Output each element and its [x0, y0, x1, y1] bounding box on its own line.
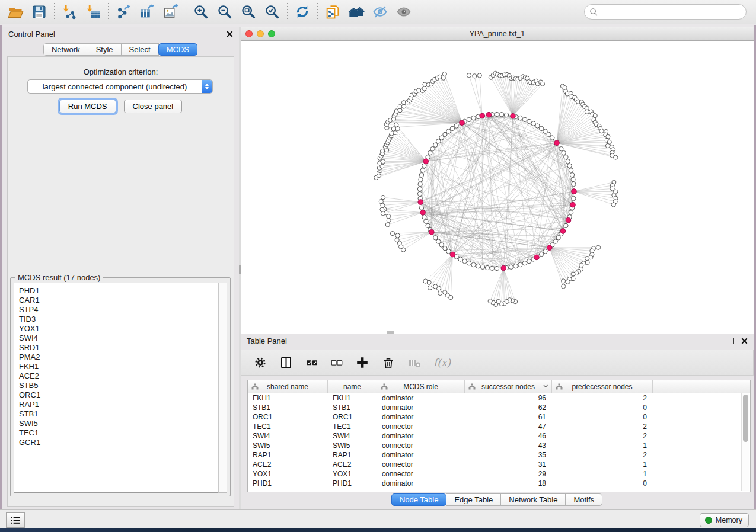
graph-edge[interactable]: [499, 268, 504, 302]
table-cell[interactable]: connector: [377, 441, 465, 450]
table-cell[interactable]: ACE2: [328, 460, 377, 469]
graph-hub-node[interactable]: [460, 120, 465, 126]
graph-edge[interactable]: [423, 213, 550, 248]
hide-selected-eye-icon[interactable]: [368, 2, 392, 22]
mcds-node-item[interactable]: CAR1: [19, 296, 219, 305]
table-cell[interactable]: 62: [465, 403, 552, 412]
table-cell[interactable]: 31: [465, 460, 552, 469]
graph-node[interactable]: [430, 147, 435, 151]
graph-hub-node[interactable]: [554, 140, 560, 146]
graph-node[interactable]: [522, 117, 527, 121]
mcds-node-item[interactable]: STP4: [19, 305, 219, 315]
table-cell[interactable]: PHD1: [328, 479, 377, 488]
table-cell[interactable]: STB1: [248, 403, 328, 412]
graph-node[interactable]: [572, 196, 576, 200]
graph-node[interactable]: [433, 236, 438, 240]
task-history-button[interactable]: [6, 512, 25, 528]
graph-edge[interactable]: [390, 138, 426, 161]
tab-edge-table[interactable]: Edge Table: [446, 493, 501, 506]
mcds-node-item[interactable]: STB5: [19, 381, 219, 390]
table-cell[interactable]: 35: [465, 450, 552, 460]
table-cell[interactable]: SWI5: [248, 441, 328, 450]
graph-node[interactable]: [610, 187, 614, 191]
close-panel-button[interactable]: Close panel: [124, 100, 183, 113]
graph-node[interactable]: [518, 262, 522, 267]
float-table-panel-icon[interactable]: [728, 338, 734, 344]
graph-node[interactable]: [527, 259, 531, 263]
graph-node[interactable]: [381, 159, 385, 164]
graph-edge[interactable]: [513, 82, 534, 116]
close-panel-icon[interactable]: [227, 31, 233, 37]
graph-hub-node[interactable]: [420, 210, 426, 216]
graph-node[interactable]: [553, 239, 557, 243]
select-all-rows-icon[interactable]: [305, 355, 318, 370]
mcds-node-item[interactable]: YOX1: [19, 324, 219, 334]
graph-node[interactable]: [569, 210, 573, 214]
graph-node[interactable]: [443, 132, 447, 136]
import-table-icon[interactable]: [81, 2, 105, 22]
graph-node[interactable]: [439, 243, 444, 247]
graph-node[interactable]: [418, 182, 422, 186]
table-cell[interactable]: ACE2: [248, 460, 328, 469]
graph-node[interactable]: [423, 279, 428, 283]
graph-node[interactable]: [390, 232, 394, 236]
table-cell[interactable]: connector: [377, 460, 465, 469]
open-file-icon[interactable]: [4, 2, 27, 22]
graph-node[interactable]: [562, 284, 566, 289]
table-cell[interactable]: connector: [377, 469, 465, 479]
table-cell[interactable]: dominator: [377, 412, 465, 422]
graph-edge[interactable]: [503, 268, 509, 300]
export-network-icon[interactable]: [111, 2, 135, 22]
column-header-successor-nodes[interactable]: successor nodes: [465, 380, 552, 393]
table-cell[interactable]: 46: [465, 431, 552, 441]
graph-edge[interactable]: [383, 197, 420, 202]
graph-node[interactable]: [569, 168, 573, 172]
graph-node[interactable]: [473, 74, 477, 78]
graph-node[interactable]: [436, 239, 441, 243]
table-cell[interactable]: 2: [552, 450, 653, 460]
float-panel-icon[interactable]: [213, 31, 219, 37]
graph-node[interactable]: [550, 136, 554, 140]
table-cell[interactable]: YOX1: [248, 469, 328, 479]
graph-node[interactable]: [579, 263, 583, 267]
graph-node[interactable]: [438, 291, 442, 295]
table-cell[interactable]: SWI4: [328, 431, 377, 441]
table-scrollbar-thumb[interactable]: [743, 395, 748, 442]
table-row[interactable]: PHD1PHD1dominator180: [248, 479, 750, 488]
graph-node[interactable]: [467, 261, 471, 265]
table-cell[interactable]: 47: [465, 422, 552, 431]
graph-node[interactable]: [422, 86, 426, 91]
export-table-icon[interactable]: [135, 2, 159, 22]
graph-edge[interactable]: [574, 191, 615, 201]
table-cell[interactable]: dominator: [377, 431, 465, 441]
tab-mcds[interactable]: MCDS: [158, 43, 197, 56]
table-cell[interactable]: 0: [552, 403, 653, 412]
graph-node[interactable]: [419, 173, 423, 177]
mcds-node-item[interactable]: RAP1: [19, 400, 219, 409]
graph-edge[interactable]: [403, 232, 432, 250]
table-cell[interactable]: 2: [552, 431, 653, 441]
graph-node[interactable]: [467, 73, 471, 78]
graph-node[interactable]: [458, 257, 462, 261]
graph-node[interactable]: [446, 129, 451, 133]
graph-edge[interactable]: [505, 75, 513, 116]
graph-node[interactable]: [422, 215, 426, 219]
zoom-out-icon[interactable]: [213, 2, 237, 22]
search-field[interactable]: [584, 4, 747, 20]
graph-node[interactable]: [439, 136, 444, 140]
table-row[interactable]: YOX1YOX1connector291: [248, 469, 750, 479]
graph-node[interactable]: [585, 110, 589, 114]
graph-node[interactable]: [518, 116, 522, 120]
close-table-panel-icon[interactable]: [741, 338, 748, 344]
table-cell[interactable]: 96: [465, 393, 552, 403]
table-scrollbar[interactable]: [741, 393, 749, 491]
graph-node[interactable]: [426, 223, 430, 227]
table-cell[interactable]: 1: [552, 469, 653, 479]
graph-node[interactable]: [556, 236, 560, 240]
mcds-node-item[interactable]: PMA2: [19, 352, 219, 362]
table-cell[interactable]: connector: [377, 422, 465, 431]
graph-node[interactable]: [443, 290, 447, 294]
table-cell[interactable]: TEC1: [248, 422, 328, 431]
mcds-node-item[interactable]: ORC1: [19, 390, 219, 400]
graph-hub-node[interactable]: [501, 265, 506, 271]
